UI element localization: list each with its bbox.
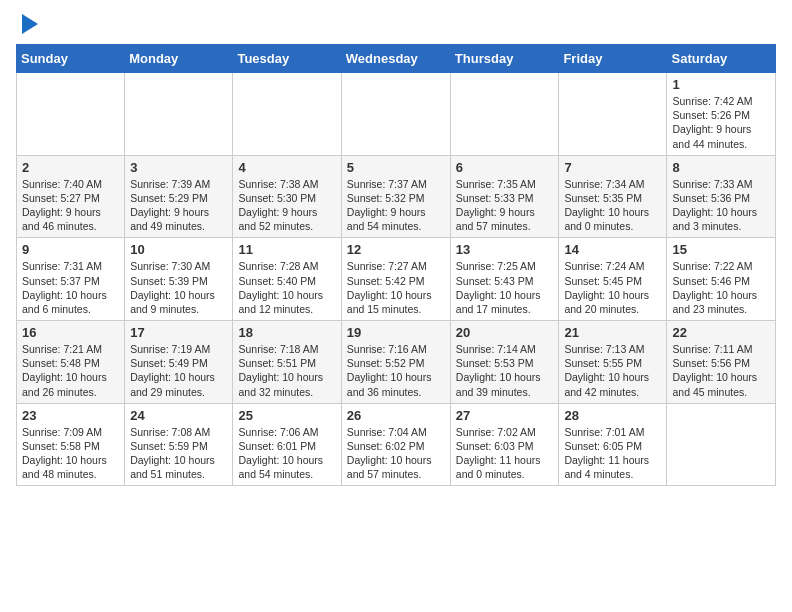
day-number: 19 (347, 325, 445, 340)
day-number: 8 (672, 160, 770, 175)
day-number: 12 (347, 242, 445, 257)
day-info: Sunrise: 7:02 AM Sunset: 6:03 PM Dayligh… (456, 425, 554, 482)
day-number: 16 (22, 325, 119, 340)
day-info: Sunrise: 7:30 AM Sunset: 5:39 PM Dayligh… (130, 259, 227, 316)
day-info: Sunrise: 7:16 AM Sunset: 5:52 PM Dayligh… (347, 342, 445, 399)
day-info: Sunrise: 7:18 AM Sunset: 5:51 PM Dayligh… (238, 342, 335, 399)
day-info: Sunrise: 7:37 AM Sunset: 5:32 PM Dayligh… (347, 177, 445, 234)
day-info: Sunrise: 7:21 AM Sunset: 5:48 PM Dayligh… (22, 342, 119, 399)
day-info: Sunrise: 7:33 AM Sunset: 5:36 PM Dayligh… (672, 177, 770, 234)
day-number: 9 (22, 242, 119, 257)
calendar-cell: 19Sunrise: 7:16 AM Sunset: 5:52 PM Dayli… (341, 321, 450, 404)
day-number: 17 (130, 325, 227, 340)
day-info: Sunrise: 7:04 AM Sunset: 6:02 PM Dayligh… (347, 425, 445, 482)
calendar-cell: 14Sunrise: 7:24 AM Sunset: 5:45 PM Dayli… (559, 238, 667, 321)
day-info: Sunrise: 7:22 AM Sunset: 5:46 PM Dayligh… (672, 259, 770, 316)
day-info: Sunrise: 7:39 AM Sunset: 5:29 PM Dayligh… (130, 177, 227, 234)
day-number: 7 (564, 160, 661, 175)
day-info: Sunrise: 7:28 AM Sunset: 5:40 PM Dayligh… (238, 259, 335, 316)
day-number: 11 (238, 242, 335, 257)
day-number: 18 (238, 325, 335, 340)
calendar-cell: 13Sunrise: 7:25 AM Sunset: 5:43 PM Dayli… (450, 238, 559, 321)
day-of-week-header: Sunday (17, 45, 125, 73)
day-info: Sunrise: 7:11 AM Sunset: 5:56 PM Dayligh… (672, 342, 770, 399)
day-info: Sunrise: 7:06 AM Sunset: 6:01 PM Dayligh… (238, 425, 335, 482)
day-info: Sunrise: 7:14 AM Sunset: 5:53 PM Dayligh… (456, 342, 554, 399)
calendar-cell: 9Sunrise: 7:31 AM Sunset: 5:37 PM Daylig… (17, 238, 125, 321)
calendar-cell: 16Sunrise: 7:21 AM Sunset: 5:48 PM Dayli… (17, 321, 125, 404)
calendar-week-row: 1Sunrise: 7:42 AM Sunset: 5:26 PM Daylig… (17, 73, 776, 156)
calendar-cell (17, 73, 125, 156)
calendar-cell: 20Sunrise: 7:14 AM Sunset: 5:53 PM Dayli… (450, 321, 559, 404)
calendar-week-row: 9Sunrise: 7:31 AM Sunset: 5:37 PM Daylig… (17, 238, 776, 321)
calendar-cell: 11Sunrise: 7:28 AM Sunset: 5:40 PM Dayli… (233, 238, 341, 321)
calendar-cell: 25Sunrise: 7:06 AM Sunset: 6:01 PM Dayli… (233, 403, 341, 486)
day-info: Sunrise: 7:01 AM Sunset: 6:05 PM Dayligh… (564, 425, 661, 482)
calendar-cell: 7Sunrise: 7:34 AM Sunset: 5:35 PM Daylig… (559, 155, 667, 238)
calendar-cell: 21Sunrise: 7:13 AM Sunset: 5:55 PM Dayli… (559, 321, 667, 404)
day-info: Sunrise: 7:31 AM Sunset: 5:37 PM Dayligh… (22, 259, 119, 316)
calendar-cell (667, 403, 776, 486)
day-info: Sunrise: 7:09 AM Sunset: 5:58 PM Dayligh… (22, 425, 119, 482)
day-number: 26 (347, 408, 445, 423)
calendar-cell: 26Sunrise: 7:04 AM Sunset: 6:02 PM Dayli… (341, 403, 450, 486)
day-number: 1 (672, 77, 770, 92)
day-number: 4 (238, 160, 335, 175)
calendar-cell: 5Sunrise: 7:37 AM Sunset: 5:32 PM Daylig… (341, 155, 450, 238)
day-of-week-header: Tuesday (233, 45, 341, 73)
day-number: 5 (347, 160, 445, 175)
day-number: 10 (130, 242, 227, 257)
calendar-cell: 22Sunrise: 7:11 AM Sunset: 5:56 PM Dayli… (667, 321, 776, 404)
day-number: 23 (22, 408, 119, 423)
day-info: Sunrise: 7:27 AM Sunset: 5:42 PM Dayligh… (347, 259, 445, 316)
day-number: 14 (564, 242, 661, 257)
calendar-header-row: SundayMondayTuesdayWednesdayThursdayFrid… (17, 45, 776, 73)
calendar-cell (233, 73, 341, 156)
day-number: 15 (672, 242, 770, 257)
day-number: 25 (238, 408, 335, 423)
day-number: 28 (564, 408, 661, 423)
day-of-week-header: Wednesday (341, 45, 450, 73)
day-info: Sunrise: 7:35 AM Sunset: 5:33 PM Dayligh… (456, 177, 554, 234)
day-info: Sunrise: 7:13 AM Sunset: 5:55 PM Dayligh… (564, 342, 661, 399)
day-of-week-header: Saturday (667, 45, 776, 73)
day-of-week-header: Monday (125, 45, 233, 73)
calendar-cell: 6Sunrise: 7:35 AM Sunset: 5:33 PM Daylig… (450, 155, 559, 238)
day-info: Sunrise: 7:19 AM Sunset: 5:49 PM Dayligh… (130, 342, 227, 399)
calendar-week-row: 16Sunrise: 7:21 AM Sunset: 5:48 PM Dayli… (17, 321, 776, 404)
day-info: Sunrise: 7:24 AM Sunset: 5:45 PM Dayligh… (564, 259, 661, 316)
day-of-week-header: Thursday (450, 45, 559, 73)
calendar-cell (559, 73, 667, 156)
day-info: Sunrise: 7:34 AM Sunset: 5:35 PM Dayligh… (564, 177, 661, 234)
logo-arrow-icon (22, 14, 38, 34)
calendar-cell (450, 73, 559, 156)
day-info: Sunrise: 7:08 AM Sunset: 5:59 PM Dayligh… (130, 425, 227, 482)
calendar-week-row: 23Sunrise: 7:09 AM Sunset: 5:58 PM Dayli… (17, 403, 776, 486)
calendar-cell: 24Sunrise: 7:08 AM Sunset: 5:59 PM Dayli… (125, 403, 233, 486)
day-info: Sunrise: 7:25 AM Sunset: 5:43 PM Dayligh… (456, 259, 554, 316)
day-of-week-header: Friday (559, 45, 667, 73)
day-number: 3 (130, 160, 227, 175)
calendar-week-row: 2Sunrise: 7:40 AM Sunset: 5:27 PM Daylig… (17, 155, 776, 238)
calendar-cell: 23Sunrise: 7:09 AM Sunset: 5:58 PM Dayli… (17, 403, 125, 486)
calendar-cell: 28Sunrise: 7:01 AM Sunset: 6:05 PM Dayli… (559, 403, 667, 486)
calendar-cell: 2Sunrise: 7:40 AM Sunset: 5:27 PM Daylig… (17, 155, 125, 238)
day-number: 20 (456, 325, 554, 340)
calendar-cell: 3Sunrise: 7:39 AM Sunset: 5:29 PM Daylig… (125, 155, 233, 238)
calendar-cell: 18Sunrise: 7:18 AM Sunset: 5:51 PM Dayli… (233, 321, 341, 404)
calendar-cell: 1Sunrise: 7:42 AM Sunset: 5:26 PM Daylig… (667, 73, 776, 156)
calendar-cell (125, 73, 233, 156)
calendar-cell: 8Sunrise: 7:33 AM Sunset: 5:36 PM Daylig… (667, 155, 776, 238)
day-number: 21 (564, 325, 661, 340)
day-number: 27 (456, 408, 554, 423)
calendar-cell (341, 73, 450, 156)
day-number: 13 (456, 242, 554, 257)
day-number: 2 (22, 160, 119, 175)
day-number: 6 (456, 160, 554, 175)
calendar-cell: 15Sunrise: 7:22 AM Sunset: 5:46 PM Dayli… (667, 238, 776, 321)
calendar-cell: 17Sunrise: 7:19 AM Sunset: 5:49 PM Dayli… (125, 321, 233, 404)
logo (16, 16, 38, 34)
day-number: 22 (672, 325, 770, 340)
day-info: Sunrise: 7:40 AM Sunset: 5:27 PM Dayligh… (22, 177, 119, 234)
day-info: Sunrise: 7:42 AM Sunset: 5:26 PM Dayligh… (672, 94, 770, 151)
